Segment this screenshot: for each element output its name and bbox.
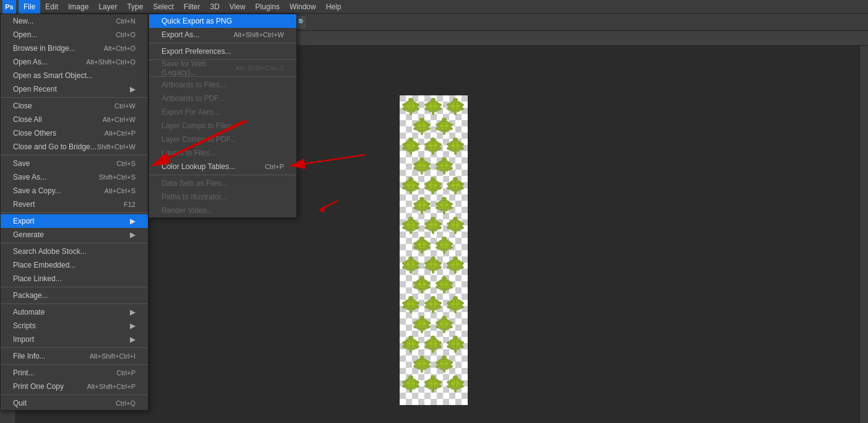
menu-sep-7 — [1, 347, 148, 348]
menu-3d[interactable]: 3D — [205, 0, 224, 14]
menu-item-save-as[interactable]: Save As... Shift+Ctrl+S — [1, 170, 148, 184]
menu-item-close-others[interactable]: Close Others Alt+Ctrl+P — [1, 126, 148, 140]
menu-item-file-info[interactable]: File Info... Alt+Shift+Ctrl+I — [1, 349, 148, 363]
menu-item-open-as[interactable]: Open As... Alt+Shift+Ctrl+O — [1, 55, 148, 69]
menu-item-package[interactable]: Package... — [1, 289, 148, 302]
menu-item-scripts[interactable]: Scripts ▶ — [1, 319, 148, 333]
export-save-web[interactable]: Save for Web (Legacy)... Alt+Shift+Ctrl+… — [149, 61, 296, 75]
menu-item-automate[interactable]: Automate ▶ — [1, 305, 148, 319]
menu-window[interactable]: Window — [285, 0, 321, 14]
menu-item-revert[interactable]: Revert F12 — [1, 198, 148, 211]
menu-item-open[interactable]: Open... Ctrl+O — [1, 28, 148, 41]
export-artboards-files[interactable]: Artboards to Files... — [149, 78, 296, 92]
menu-image[interactable]: Image — [63, 0, 93, 14]
menu-sep-4 — [1, 243, 148, 243]
menu-sep-1 — [1, 97, 148, 98]
menu-item-browse-bridge[interactable]: Browse in Bridge... Alt+Ctrl+O — [1, 41, 148, 55]
menu-edit[interactable]: Edit — [40, 0, 63, 14]
menu-item-export[interactable]: Export ▶ — [1, 214, 148, 228]
menu-sep-3 — [1, 212, 148, 213]
export-artboards-pdf[interactable]: Artboards to PDF... — [149, 92, 296, 105]
app-logo: Ps — [2, 0, 16, 14]
menu-sep-8 — [1, 364, 148, 365]
export-preferences[interactable]: Export Preferences... — [149, 45, 296, 58]
file-menu-dropdown[interactable]: New... Ctrl+N Open... Ctrl+O Browse in B… — [0, 14, 148, 411]
menu-item-close-all[interactable]: Close All Alt+Ctrl+W — [1, 113, 148, 126]
export-sep-1 — [149, 43, 296, 43]
export-layers-files[interactable]: Layers to Files... — [149, 146, 296, 160]
menu-item-save[interactable]: Save Ctrl+S — [1, 157, 148, 170]
menu-sep-6 — [1, 303, 148, 304]
menu-item-close-bridge[interactable]: Close and Go to Bridge... Shift+Ctrl+W — [1, 140, 148, 154]
menu-item-open-recent[interactable]: Open Recent ▶ — [1, 82, 148, 96]
menu-item-new[interactable]: New... Ctrl+N — [1, 14, 148, 28]
menu-sep-9 — [1, 395, 148, 395]
menu-select[interactable]: Select — [148, 0, 178, 14]
menu-item-print-one[interactable]: Print One Copy Alt+Shift+Ctrl+P — [1, 380, 148, 393]
canvas-document — [400, 95, 468, 405]
export-datasets[interactable]: Data Sets as Files... — [149, 177, 296, 190]
export-for-aero[interactable]: Export For Aero... — [149, 105, 296, 119]
turtle-pattern-svg — [400, 95, 468, 405]
menu-item-open-smart[interactable]: Open as Smart Object... — [1, 69, 148, 82]
menu-file[interactable]: File — [19, 0, 40, 14]
svg-line-18 — [319, 201, 338, 210]
menu-item-import[interactable]: Import ▶ — [1, 333, 148, 346]
menu-item-close[interactable]: Close Ctrl+W — [1, 99, 148, 113]
menu-item-search-stock[interactable]: Search Adobe Stock... — [1, 245, 148, 258]
menu-item-quit[interactable]: Quit Ctrl+Q — [1, 396, 148, 410]
export-color-lookup[interactable]: Color Lookup Tables... Ctrl+P — [149, 160, 296, 173]
menu-view[interactable]: View — [225, 0, 251, 14]
menu-type[interactable]: Type — [122, 0, 148, 14]
menu-item-place-embedded[interactable]: Place Embedded... — [1, 258, 148, 272]
menu-filter[interactable]: Filter — [179, 0, 205, 14]
menu-item-save-copy[interactable]: Save a Copy... Alt+Ctrl+S — [1, 184, 148, 198]
export-sep-4 — [149, 175, 296, 175]
export-render-video[interactable]: Render Video... — [149, 204, 296, 217]
menu-help[interactable]: Help — [321, 0, 346, 14]
menu-sep-2 — [1, 155, 148, 155]
menu-item-generate[interactable]: Generate ▶ — [1, 228, 148, 242]
export-as[interactable]: Export As... Alt+Shift+Ctrl+W — [149, 28, 296, 41]
menu-layer[interactable]: Layer — [93, 0, 122, 14]
right-panel — [859, 46, 868, 423]
svg-marker-19 — [319, 206, 325, 213]
menu-item-print[interactable]: Print... Ctrl+P — [1, 366, 148, 380]
export-submenu[interactable]: Quick Export as PNG Export As... Alt+Shi… — [148, 14, 297, 218]
export-quick-png[interactable]: Quick Export as PNG — [149, 14, 296, 28]
menu-bar: Ps File Edit Image Layer Type Select Fil… — [0, 0, 868, 14]
menu-item-place-linked[interactable]: Place Linked... — [1, 272, 148, 286]
export-layer-comps-files[interactable]: Layer Comps to Files... — [149, 119, 296, 133]
menu-sep-5 — [1, 287, 148, 287]
export-layer-comps-pdf[interactable]: Layer Comps to PDF... — [149, 133, 296, 146]
export-paths-illustrator[interactable]: Paths to Illustrator... — [149, 190, 296, 204]
menu-plugins[interactable]: Plugins — [251, 0, 285, 14]
